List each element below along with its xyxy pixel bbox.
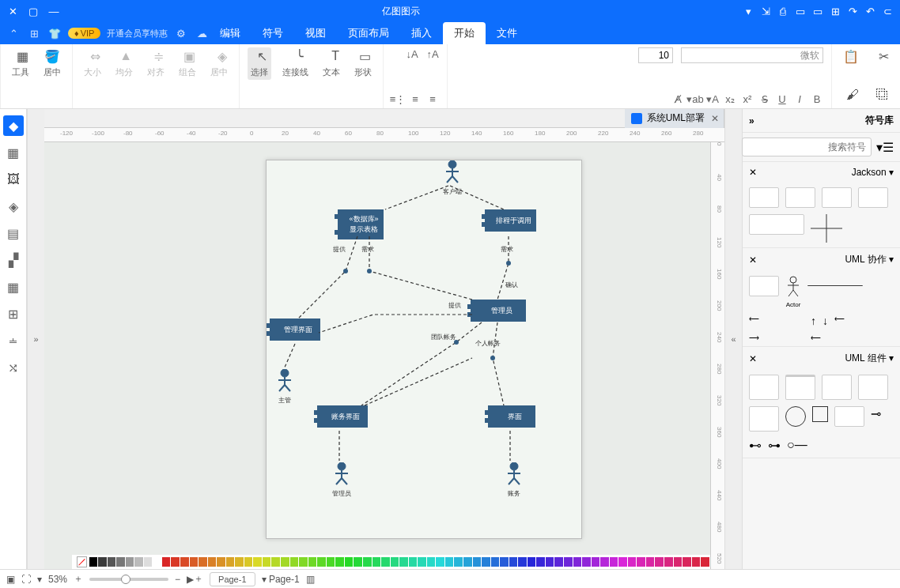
tab-insert[interactable]: 插入 xyxy=(400,22,443,44)
cloud-icon[interactable]: ☁ xyxy=(195,26,209,40)
color-swatch[interactable] xyxy=(153,557,161,567)
section-uml-collab[interactable]: ▾ UML 协作 ✕ xyxy=(743,248,900,271)
uml-node[interactable]: «数据库» 显示表格 xyxy=(338,209,384,239)
redo-icon[interactable]: ↷ xyxy=(846,5,859,17)
brush-button[interactable]: 🖌 xyxy=(840,86,862,105)
color-swatch[interactable] xyxy=(618,557,627,567)
layers-tool-icon[interactable]: ◈ xyxy=(3,196,24,217)
open-icon[interactable]: ▭ xyxy=(811,5,824,17)
uml-node[interactable]: 界面 xyxy=(488,405,535,428)
color-swatch[interactable] xyxy=(335,557,344,567)
clear-format-icon[interactable]: A̸ xyxy=(671,92,684,105)
color-swatch[interactable] xyxy=(554,557,563,567)
table-tool-icon[interactable]: ▦ xyxy=(3,277,24,297)
shape-thumb[interactable] xyxy=(834,406,864,427)
color-swatch[interactable] xyxy=(217,557,225,567)
shape-thumb[interactable] xyxy=(858,375,888,400)
chart-tool-icon[interactable]: ▞ xyxy=(3,250,24,270)
color-swatch[interactable] xyxy=(573,557,582,567)
size-button[interactable]: ⇔大小 xyxy=(81,47,104,80)
grid-tool-icon[interactable]: ▦ xyxy=(3,142,24,163)
color-swatch[interactable] xyxy=(491,557,500,567)
color-swatch[interactable] xyxy=(271,557,280,567)
diagram-page[interactable]: 客户端 主管 管理员 账务 «数据库» 显示表格 xyxy=(266,160,582,539)
shape-arrow[interactable]: ↑ xyxy=(811,315,816,327)
color-swatch[interactable] xyxy=(418,557,426,567)
shape-thumb[interactable] xyxy=(749,276,779,296)
color-swatch[interactable] xyxy=(208,557,217,567)
shape-conn[interactable]: ⊷ xyxy=(749,438,762,453)
canvas[interactable]: 客户端 主管 管理员 账务 «数据库» 显示表格 xyxy=(44,142,710,569)
shape-actor[interactable]: Actor xyxy=(785,276,801,308)
shape-arrow[interactable]: ↓ xyxy=(822,315,828,327)
color-swatch[interactable] xyxy=(646,557,655,567)
color-swatch[interactable] xyxy=(692,557,701,567)
copy-button[interactable]: ⿻ xyxy=(870,86,892,105)
shrink-font-icon[interactable]: A↓ xyxy=(406,47,418,60)
section-jackson[interactable]: ▾ Jackson ✕ xyxy=(743,162,900,183)
bold-icon[interactable]: B xyxy=(811,92,823,105)
tab-start[interactable]: 开始 xyxy=(443,22,486,44)
color-swatch[interactable] xyxy=(664,557,673,567)
tab-layout[interactable]: 页面布局 xyxy=(337,22,400,44)
highlight-icon[interactable]: ab▾ xyxy=(689,92,701,105)
shape-arrow[interactable]: ⟵ xyxy=(749,315,804,327)
undo-icon[interactable]: ↶ xyxy=(864,5,876,17)
shuffle-tool-icon[interactable]: ⤭ xyxy=(3,357,24,378)
color-swatch[interactable] xyxy=(171,557,180,567)
font-family-combo[interactable]: 微软 xyxy=(681,47,823,63)
actor[interactable]: 账务 xyxy=(502,462,526,498)
color-swatch[interactable] xyxy=(263,557,271,567)
color-swatch[interactable] xyxy=(108,557,116,567)
page-tool-icon[interactable]: ▤ xyxy=(3,223,24,243)
color-swatch[interactable] xyxy=(134,557,143,567)
color-swatch[interactable] xyxy=(144,557,153,567)
close-section-icon[interactable]: ✕ xyxy=(749,167,757,178)
color-swatch[interactable] xyxy=(116,557,125,567)
color-swatch[interactable] xyxy=(436,557,444,567)
color-swatch[interactable] xyxy=(345,557,354,567)
search-input[interactable] xyxy=(742,138,872,156)
shape-thumb[interactable] xyxy=(785,375,815,400)
actor[interactable]: 管理员 xyxy=(330,462,354,498)
align-left-icon[interactable]: ≡ xyxy=(426,92,439,105)
save-icon[interactable]: ▭ xyxy=(794,5,807,17)
superscript-icon[interactable]: x² xyxy=(741,92,754,105)
color-swatch[interactable] xyxy=(162,557,171,567)
shape-arrow[interactable]: ⟶ xyxy=(749,334,804,341)
color-swatch[interactable] xyxy=(391,557,399,567)
right-panel-toggle[interactable]: « xyxy=(27,109,44,569)
shape-thumb[interactable] xyxy=(858,187,888,208)
uml-node[interactable]: 账务界面 xyxy=(317,405,368,428)
section-uml-component[interactable]: ▾ UML 组件 ✕ xyxy=(743,347,900,370)
zoom-out-icon[interactable]: − xyxy=(175,574,180,585)
color-swatch[interactable] xyxy=(244,557,253,567)
color-swatch[interactable] xyxy=(199,557,207,567)
zoom-dropdown-icon[interactable]: ▾ xyxy=(37,574,42,585)
shape-circle[interactable] xyxy=(785,406,806,427)
cut-button[interactable]: ✂ xyxy=(870,47,892,66)
color-swatch[interactable] xyxy=(445,557,454,567)
color-swatch[interactable] xyxy=(409,557,418,567)
text-button[interactable]: T文本 xyxy=(320,47,343,80)
share2-icon[interactable]: ⚙ xyxy=(174,26,188,40)
shape-button[interactable]: ▭形状 xyxy=(351,47,375,80)
color-swatch[interactable] xyxy=(528,557,536,567)
shape-thumb[interactable] xyxy=(749,375,779,400)
align-button[interactable]: ≑对齐 xyxy=(144,47,168,80)
print-icon[interactable]: ⎙ xyxy=(777,5,789,17)
present-icon[interactable]: ▶ xyxy=(187,574,194,585)
page-dropdown[interactable]: Page-1 ▾ xyxy=(262,574,300,585)
color-swatch[interactable] xyxy=(399,557,408,567)
close-section-icon[interactable]: ✕ xyxy=(749,254,757,266)
color-swatch[interactable] xyxy=(683,557,691,567)
font-size-combo[interactable]: 10 xyxy=(638,47,673,63)
bullets-icon[interactable]: ⋮≡ xyxy=(391,92,404,105)
shape-arrow[interactable]: ⟵ xyxy=(811,334,866,341)
color-swatch[interactable] xyxy=(600,557,609,567)
color-swatch[interactable] xyxy=(628,557,637,567)
logo-icon[interactable]: ⊃ xyxy=(881,5,894,17)
color-swatch[interactable] xyxy=(190,557,199,567)
minimize-icon[interactable]: — xyxy=(47,5,60,17)
color-swatch[interactable] xyxy=(454,557,463,567)
